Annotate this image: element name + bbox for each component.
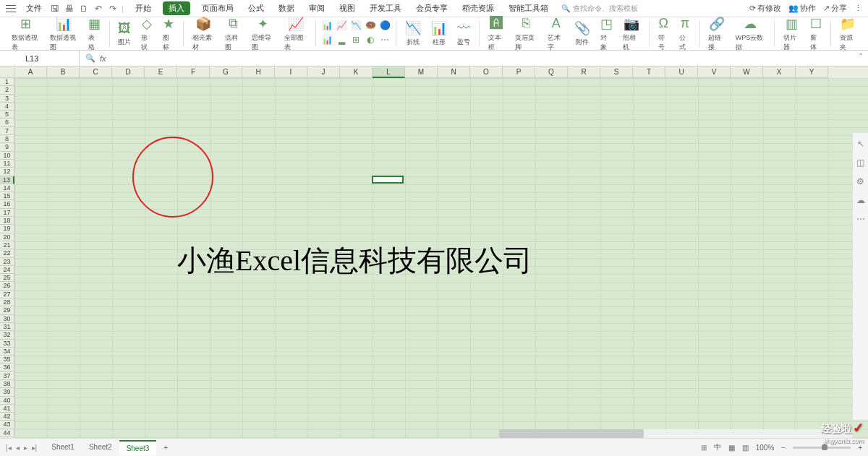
col-header-L[interactable]: L bbox=[373, 66, 405, 78]
ribbon-文本框[interactable]: 🅰文本框 bbox=[484, 16, 509, 52]
row-header-41[interactable]: 41 bbox=[0, 405, 14, 413]
zoom-level[interactable]: 100% bbox=[756, 444, 775, 452]
row-header-35[interactable]: 35 bbox=[0, 356, 14, 363]
row-header-24[interactable]: 24 bbox=[0, 266, 14, 274]
col-header-E[interactable]: E bbox=[145, 66, 177, 78]
row-header-25[interactable]: 25 bbox=[0, 274, 14, 282]
col-header-H[interactable]: H bbox=[242, 66, 275, 78]
select-all-corner[interactable] bbox=[0, 66, 14, 78]
ribbon-窗体[interactable]: ☐窗体 bbox=[806, 16, 826, 52]
col-header-R[interactable]: R bbox=[568, 66, 600, 78]
ribbon-稻壳素材[interactable]: 📦稻壳素材 bbox=[188, 16, 219, 52]
tab-next-icon[interactable]: ▸ bbox=[24, 444, 27, 452]
panel-backup-icon[interactable]: ☁ bbox=[856, 195, 865, 205]
name-box[interactable]: L13 bbox=[0, 51, 80, 66]
row-header-36[interactable]: 36 bbox=[0, 363, 14, 371]
menu-tab-2[interactable]: 页面布局 bbox=[199, 1, 237, 15]
col-header-X[interactable]: X bbox=[763, 66, 796, 78]
zoom-out-icon[interactable]: − bbox=[781, 444, 786, 452]
view-normal-icon[interactable]: ⊞ bbox=[701, 444, 707, 452]
col-header-V[interactable]: V bbox=[698, 66, 731, 78]
view-mode-icon[interactable]: ▦ bbox=[728, 444, 735, 452]
row-header-13[interactable]: 13 bbox=[0, 176, 14, 184]
view-page-icon[interactable]: ▥ bbox=[742, 444, 749, 452]
ribbon-图标[interactable]: ★图标 bbox=[158, 16, 179, 52]
row-header-2[interactable]: 2 bbox=[0, 86, 14, 94]
col-header-N[interactable]: N bbox=[438, 66, 470, 78]
row-header-12[interactable]: 12 bbox=[0, 168, 14, 176]
chart-type-icon[interactable]: 📈 bbox=[335, 20, 348, 33]
menu-tab-1[interactable]: 插入 bbox=[163, 1, 190, 15]
row-header-8[interactable]: 8 bbox=[0, 135, 14, 143]
menu-tab-10[interactable]: 智能工具箱 bbox=[506, 1, 551, 15]
ribbon-照相机[interactable]: 📷照相机 bbox=[618, 16, 644, 52]
col-header-M[interactable]: M bbox=[405, 66, 438, 78]
row-header-6[interactable]: 6 bbox=[0, 119, 14, 126]
row-header-40[interactable]: 40 bbox=[0, 397, 14, 405]
undo-icon[interactable]: ↶ bbox=[93, 3, 104, 14]
more-icon[interactable]: ⋮ bbox=[854, 4, 862, 13]
col-header-J[interactable]: J bbox=[307, 66, 340, 78]
row-header-43[interactable]: 43 bbox=[0, 421, 14, 429]
row-header-16[interactable]: 16 bbox=[0, 200, 14, 208]
redo-icon[interactable]: ↷ bbox=[107, 3, 119, 14]
zoom-in-icon[interactable]: + bbox=[858, 444, 862, 452]
tab-prev-icon[interactable]: ◂ bbox=[16, 444, 20, 452]
menu-tab-8[interactable]: 会员专享 bbox=[413, 1, 451, 15]
chart-type-icon[interactable]: 🍩 bbox=[364, 20, 377, 33]
ribbon-全部图表[interactable]: 📈全部图表 bbox=[280, 16, 311, 52]
row-header-22[interactable]: 22 bbox=[0, 249, 14, 257]
row-header-11[interactable]: 11 bbox=[0, 160, 14, 168]
col-header-B[interactable]: B bbox=[47, 66, 80, 78]
ribbon-超链接[interactable]: 🔗超链接 bbox=[704, 16, 729, 52]
row-header-33[interactable]: 33 bbox=[0, 340, 14, 348]
col-header-S[interactable]: S bbox=[600, 66, 633, 78]
red-circle-shape[interactable] bbox=[132, 137, 213, 218]
file-menu[interactable]: 文件 bbox=[22, 1, 46, 15]
row-header-4[interactable]: 4 bbox=[0, 103, 14, 111]
ribbon-盈亏[interactable]: 〰盈亏 bbox=[453, 20, 475, 47]
sheet-tab-Sheet1[interactable]: Sheet1 bbox=[44, 440, 82, 455]
row-header-19[interactable]: 19 bbox=[0, 225, 14, 233]
row-header-15[interactable]: 15 bbox=[0, 192, 14, 200]
tab-first-icon[interactable]: |◂ bbox=[6, 444, 12, 452]
col-header-A[interactable]: A bbox=[14, 66, 47, 78]
add-sheet-button[interactable]: + bbox=[156, 441, 175, 455]
row-header-44[interactable]: 44 bbox=[0, 429, 14, 437]
col-header-Y[interactable]: Y bbox=[796, 66, 828, 78]
col-header-F[interactable]: F bbox=[177, 66, 210, 78]
ribbon-流程图[interactable]: ⧉流程图 bbox=[221, 16, 246, 52]
panel-more-icon[interactable]: ⋯ bbox=[856, 214, 865, 224]
row-header-5[interactable]: 5 bbox=[0, 111, 14, 119]
chart-type-icon[interactable]: 📊 bbox=[320, 35, 333, 48]
row-header-9[interactable]: 9 bbox=[0, 143, 14, 151]
chart-type-icon[interactable]: ▂ bbox=[335, 35, 348, 48]
ribbon-公式[interactable]: π公式 bbox=[675, 16, 695, 52]
menu-tab-3[interactable]: 公式 bbox=[245, 1, 267, 15]
fx-search-icon[interactable]: 🔍 bbox=[85, 53, 95, 63]
col-header-W[interactable]: W bbox=[731, 66, 763, 78]
col-header-T[interactable]: T bbox=[633, 66, 665, 78]
menu-tab-7[interactable]: 开发工具 bbox=[367, 1, 404, 15]
tab-last-icon[interactable]: ▸| bbox=[32, 444, 38, 452]
row-header-34[interactable]: 34 bbox=[0, 348, 14, 356]
row-header-30[interactable]: 30 bbox=[0, 315, 14, 323]
ribbon-艺术字[interactable]: A艺术字 bbox=[543, 16, 569, 52]
col-header-C[interactable]: C bbox=[80, 66, 112, 78]
panel-style-icon[interactable]: ◫ bbox=[856, 158, 864, 168]
col-header-U[interactable]: U bbox=[665, 66, 698, 78]
chart-type-icon[interactable]: ◐ bbox=[364, 35, 377, 48]
chart-type-icon[interactable]: ⊞ bbox=[349, 35, 362, 48]
panel-settings-icon[interactable]: ⚙ bbox=[856, 176, 864, 186]
row-header-42[interactable]: 42 bbox=[0, 413, 14, 421]
row-header-29[interactable]: 29 bbox=[0, 306, 14, 314]
row-header-7[interactable]: 7 bbox=[0, 127, 14, 135]
col-header-K[interactable]: K bbox=[340, 66, 373, 78]
row-header-1[interactable]: 1 bbox=[0, 78, 14, 86]
zoom-slider[interactable] bbox=[793, 447, 851, 449]
row-header-14[interactable]: 14 bbox=[0, 184, 14, 192]
menu-tab-0[interactable]: 开始 bbox=[132, 1, 154, 15]
ribbon-页眉页脚[interactable]: ⎘页眉页脚 bbox=[511, 16, 542, 52]
row-header-20[interactable]: 20 bbox=[0, 233, 14, 241]
ribbon-切片器[interactable]: ▥切片器 bbox=[779, 16, 804, 52]
